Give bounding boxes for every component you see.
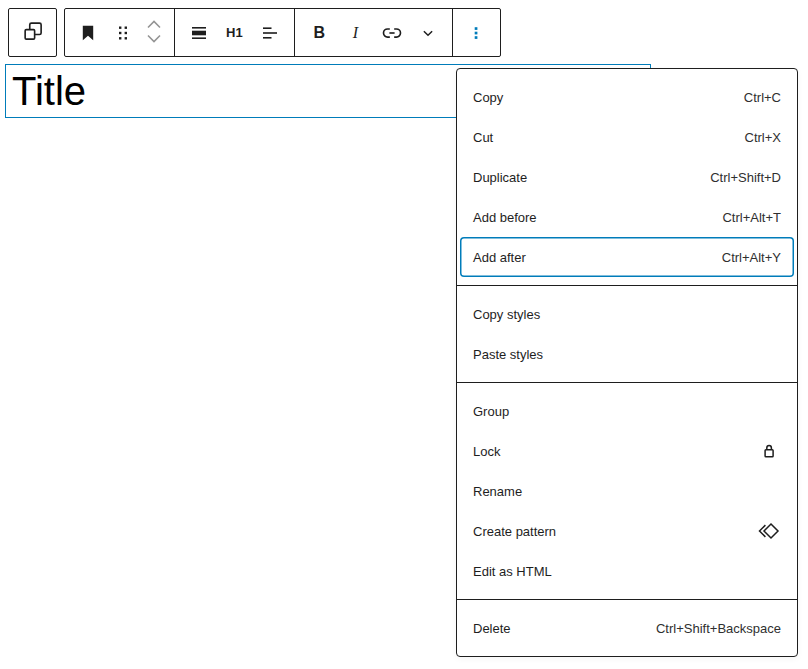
vertical-ellipsis-icon (464, 21, 488, 45)
menu-group-delete: Delete Ctrl+Shift+Backspace (457, 599, 797, 656)
block-switcher-button[interactable] (72, 13, 104, 53)
menu-item-create-pattern[interactable]: Create pattern (460, 511, 794, 551)
toolbar-heading-tools: H1 (175, 9, 295, 56)
menu-item-copy-styles[interactable]: Copy styles (460, 294, 794, 334)
heading-lines-icon (187, 21, 211, 45)
menu-item-label: Create pattern (473, 524, 556, 539)
menu-item-shortcut: Ctrl+Alt+T (722, 210, 781, 225)
options-button[interactable] (460, 13, 492, 53)
menu-item-shortcut: Ctrl+X (745, 130, 781, 145)
menu-item-label: Copy (473, 90, 503, 105)
menu-item-add-after[interactable]: Add after Ctrl+Alt+Y (460, 237, 794, 277)
menu-item-label: Edit as HTML (473, 564, 552, 579)
link-icon (379, 20, 405, 46)
toolbar-options (453, 9, 499, 56)
menu-item-delete[interactable]: Delete Ctrl+Shift+Backspace (460, 608, 794, 648)
menu-item-label: Copy styles (473, 307, 540, 322)
block-movers (141, 18, 167, 48)
title-bookmark-icon (76, 21, 100, 45)
chevron-down-icon (417, 22, 439, 44)
heading-style-button[interactable] (183, 13, 215, 53)
more-formats-button[interactable] (412, 13, 444, 53)
menu-item-label: Add before (473, 210, 537, 225)
menu-group-clipboard: Copy Ctrl+C Cut Ctrl+X Duplicate Ctrl+Sh… (457, 69, 797, 285)
menu-group-styles: Copy styles Paste styles (457, 285, 797, 382)
menu-item-duplicate[interactable]: Duplicate Ctrl+Shift+D (460, 157, 794, 197)
link-button[interactable] (376, 13, 408, 53)
chevron-down-icon (144, 33, 164, 48)
menu-item-shortcut: Ctrl+Shift+Backspace (656, 621, 781, 636)
title-text[interactable]: Title (12, 71, 86, 111)
select-parent-icon (20, 18, 46, 48)
move-down-button[interactable] (142, 33, 166, 48)
bold-button[interactable]: B (303, 13, 335, 53)
menu-item-edit-as-html[interactable]: Edit as HTML (460, 551, 794, 591)
menu-item-group[interactable]: Group (460, 391, 794, 431)
italic-button[interactable]: I (339, 13, 371, 53)
pattern-diamond-icon (755, 519, 781, 543)
menu-item-copy[interactable]: Copy Ctrl+C (460, 77, 794, 117)
menu-group-block-actions: Group Lock Rename Create pattern (457, 382, 797, 599)
align-left-icon (258, 21, 282, 45)
menu-item-add-before[interactable]: Add before Ctrl+Alt+T (460, 197, 794, 237)
menu-item-shortcut: Ctrl+C (744, 90, 781, 105)
block-options-menu: Copy Ctrl+C Cut Ctrl+X Duplicate Ctrl+Sh… (456, 68, 798, 657)
menu-item-label: Rename (473, 484, 522, 499)
menu-item-label: Duplicate (473, 170, 527, 185)
menu-item-label: Cut (473, 130, 493, 145)
heading-level-button[interactable]: H1 (219, 13, 251, 53)
select-parent-button[interactable] (8, 8, 57, 57)
toolbar-format-tools: B I (295, 9, 453, 56)
drag-handle[interactable] (107, 13, 139, 53)
menu-item-label: Group (473, 404, 509, 419)
unlock-icon (757, 439, 781, 463)
menu-item-shortcut: Ctrl+Alt+Y (722, 250, 781, 265)
menu-item-shortcut: Ctrl+Shift+D (710, 170, 781, 185)
toolbar-block-tools (65, 9, 175, 56)
menu-item-rename[interactable]: Rename (460, 471, 794, 511)
menu-item-lock[interactable]: Lock (460, 431, 794, 471)
menu-item-label: Add after (473, 250, 526, 265)
drag-handle-icon (111, 21, 135, 45)
align-text-button[interactable] (254, 13, 286, 53)
move-up-button[interactable] (142, 18, 166, 33)
menu-item-paste-styles[interactable]: Paste styles (460, 334, 794, 374)
block-toolbar: H1 B I (64, 8, 501, 57)
menu-item-cut[interactable]: Cut Ctrl+X (460, 117, 794, 157)
menu-item-label: Delete (473, 621, 511, 636)
menu-item-label: Lock (473, 444, 500, 459)
chevron-up-icon (144, 18, 164, 33)
menu-item-label: Paste styles (473, 347, 543, 362)
